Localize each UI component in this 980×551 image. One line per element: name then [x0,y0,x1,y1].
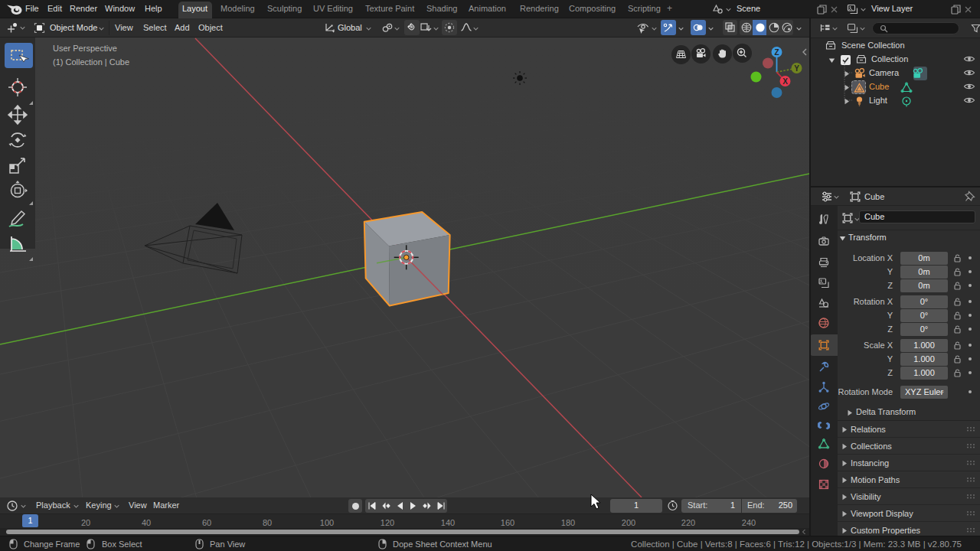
svg-text:Z: Z [774,48,779,57]
svg-text:Y: Y [794,64,799,73]
svg-text:X: X [782,77,788,86]
